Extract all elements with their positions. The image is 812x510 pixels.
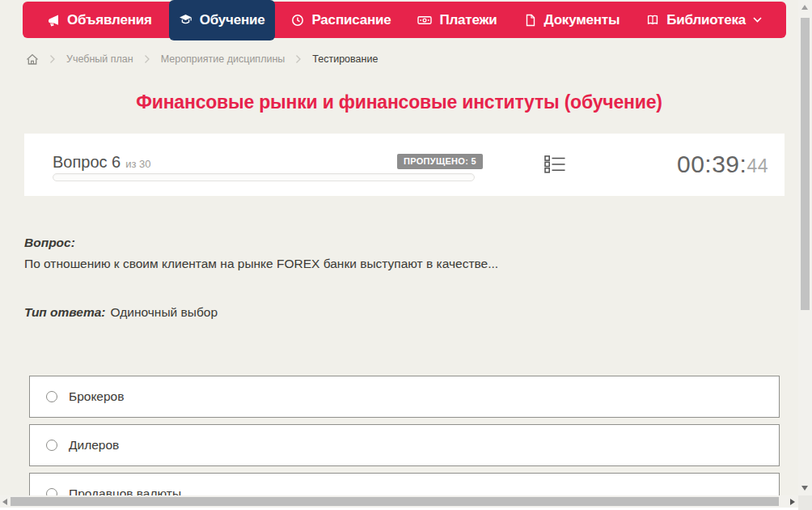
question-list-icon[interactable] bbox=[544, 155, 565, 173]
question-number-label: Вопрос 6 bbox=[53, 153, 121, 171]
nav-item-label: Обучение bbox=[200, 12, 265, 28]
vertical-scrollbar[interactable] bbox=[798, 0, 812, 495]
scroll-down-arrow-icon[interactable] bbox=[801, 486, 808, 491]
question-text: По отношению к своим клиентам на рынке F… bbox=[24, 257, 776, 271]
chevron-right-icon bbox=[295, 54, 302, 64]
chevron-down-icon bbox=[753, 17, 762, 23]
breadcrumb-discipline-event[interactable]: Мероприятие дисциплины bbox=[161, 53, 285, 65]
nav-item-payments[interactable]: Платежи bbox=[408, 2, 506, 38]
nav-item-learning[interactable]: Обучение bbox=[169, 0, 275, 40]
scroll-left-arrow-icon[interactable] bbox=[2, 499, 7, 505]
answer-type-row: Тип ответа:Одиночный выбор bbox=[24, 305, 218, 320]
nav-item-announcements[interactable]: Объявления bbox=[37, 2, 162, 38]
nav-item-schedule[interactable]: Расписание bbox=[281, 2, 400, 38]
timer-minutes: 00:39: bbox=[677, 151, 746, 177]
breadcrumb-testing: Тестирование bbox=[312, 53, 378, 65]
page-title: Финансовые рынки и финансовые институты … bbox=[0, 91, 798, 113]
option-label: Брокеров bbox=[69, 389, 124, 404]
main-navbar: Объявления Обучение Расписание Платежи Д… bbox=[23, 2, 786, 38]
answer-options: Брокеров Дилеров Продавцов валюты bbox=[29, 376, 780, 510]
answer-type-value: Одиночный выбор bbox=[111, 305, 218, 319]
scroll-up-arrow-icon[interactable] bbox=[801, 5, 808, 10]
radio-button[interactable] bbox=[46, 391, 57, 402]
banknote-icon bbox=[417, 14, 432, 27]
timer-seconds: 44 bbox=[746, 155, 768, 176]
nav-item-label: Объявления bbox=[67, 12, 152, 28]
chevron-right-icon bbox=[49, 54, 56, 64]
nav-item-label: Документы bbox=[544, 12, 620, 28]
option-label: Дилеров bbox=[69, 438, 119, 453]
answer-option-brokers[interactable]: Брокеров bbox=[29, 376, 780, 418]
timer: 00:39:44 bbox=[677, 151, 768, 178]
progress-bar bbox=[53, 173, 475, 181]
home-icon[interactable] bbox=[26, 53, 39, 66]
nav-item-library[interactable]: Библиотека bbox=[636, 2, 772, 38]
open-book-icon bbox=[646, 14, 659, 26]
nav-item-documents[interactable]: Документы bbox=[514, 2, 630, 38]
clock-icon bbox=[291, 14, 304, 27]
scroll-right-arrow-icon[interactable] bbox=[790, 499, 795, 505]
document-icon bbox=[524, 14, 537, 27]
question-total-label: из 30 bbox=[125, 158, 150, 170]
vertical-scrollbar-thumb[interactable] bbox=[801, 18, 810, 310]
skipped-badge: ПРОПУЩЕНО: 5 bbox=[397, 154, 483, 169]
answer-option-dealers[interactable]: Дилеров bbox=[29, 424, 780, 466]
breadcrumb-curriculum[interactable]: Учебный план bbox=[66, 53, 133, 65]
question-number: Вопрос 6из 30 bbox=[53, 153, 151, 172]
question-heading: Вопрос: bbox=[24, 236, 75, 250]
horizontal-scrollbar-thumb[interactable] bbox=[11, 497, 779, 506]
breadcrumb: Учебный план Мероприятие дисциплины Тест… bbox=[26, 51, 378, 67]
answer-type-label: Тип ответа: bbox=[24, 305, 106, 319]
nav-item-label: Платежи bbox=[439, 12, 497, 28]
radio-button[interactable] bbox=[46, 440, 57, 451]
megaphone-icon bbox=[47, 14, 60, 27]
scrollbar-corner bbox=[798, 495, 812, 510]
question-header-panel: Вопрос 6из 30 ПРОПУЩЕНО: 5 00:39:44 bbox=[24, 134, 785, 196]
chevron-right-icon bbox=[144, 54, 150, 64]
graduation-cap-icon bbox=[179, 14, 192, 26]
horizontal-scrollbar[interactable] bbox=[0, 495, 798, 508]
nav-item-label: Библиотека bbox=[666, 12, 746, 28]
nav-item-label: Расписание bbox=[311, 12, 391, 28]
